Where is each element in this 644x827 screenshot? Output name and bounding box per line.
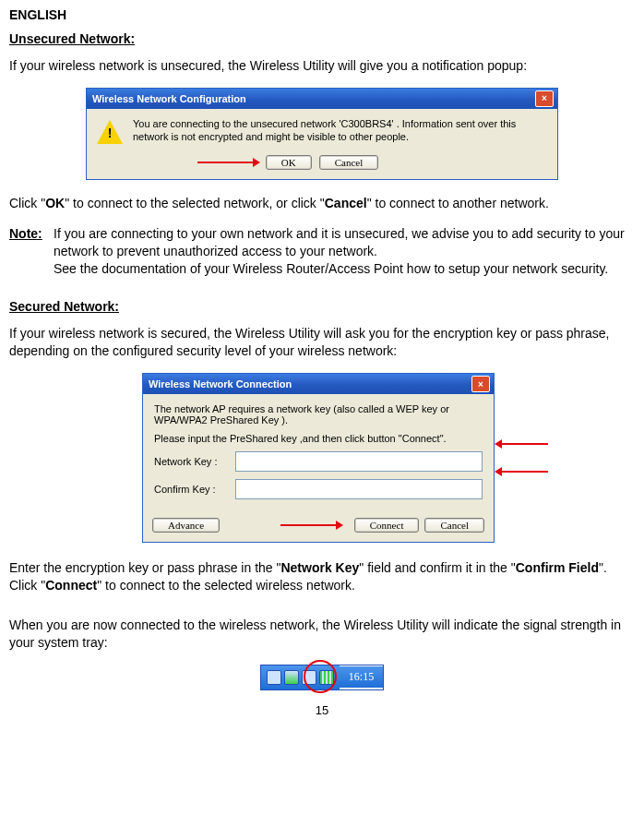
cancel-button[interactable]: Cancel [319,155,379,170]
dialog-title-text: Wireless Network Configuration [92,93,246,104]
note-body: If you are connecting to your own networ… [54,225,635,278]
language-header: ENGLISH [9,7,635,22]
callout-arrow-icon [502,443,548,445]
dialog-titlebar: Wireless Network Connection × [143,374,494,394]
dialog-network-connection: Wireless Network Connection × The networ… [142,373,495,543]
ok-button[interactable]: OK [266,155,312,170]
tray-paragraph: When you are now connected to the wirele… [9,617,635,652]
dialog-title-text: Wireless Network Connection [149,378,292,390]
confirm-key-input[interactable] [235,479,483,499]
close-icon[interactable]: × [471,376,490,392]
unsecured-after-dialog: Click "OK" to connect to the selected ne… [9,195,635,212]
tray-clock: 16:15 [340,666,383,688]
network-key-input[interactable] [235,451,483,472]
confirm-key-label: Confirm Key : [154,484,235,495]
dialog-paragraph-2: Please input the PreShared key ,and then… [154,433,483,444]
callout-arrow-icon [280,524,336,526]
dialog-titlebar: Wireless Network Configuration × [87,89,557,109]
warning-icon: ! [96,118,124,146]
secured-intro: If your wireless network is secured, the… [9,325,635,360]
tray-volume-icon[interactable] [267,670,281,685]
section-title-secured: Secured Network: [9,299,635,314]
cancel-button[interactable]: Cancel [424,518,484,533]
connect-button[interactable]: Connect [354,518,420,533]
note-block: Note: If you are connecting to your own … [9,225,635,278]
dialog-unsecured-warning: Wireless Network Configuration × ! You a… [86,88,558,180]
tray-network-icon[interactable] [284,670,299,685]
dialog-message: You are connecting to the unsecured netw… [133,118,548,146]
callout-arrow-icon [197,162,253,163]
callout-circle-icon [304,660,337,693]
page-number: 15 [9,703,635,717]
callout-arrow-icon [502,471,548,473]
system-tray: 16:15 [260,665,384,690]
close-icon[interactable]: × [535,90,554,107]
post-dlg2-paragraph: Enter the encryption key or pass phrase … [9,559,635,594]
note-label: Note: [9,225,54,278]
network-key-label: Network Key : [154,456,235,467]
unsecured-intro: If your wireless network is unsecured, t… [9,57,635,75]
dialog-paragraph-1: The network AP requires a network key (a… [154,403,483,425]
advance-button[interactable]: Advance [152,518,220,533]
section-title-unsecured: Unsecured Network: [9,31,635,46]
